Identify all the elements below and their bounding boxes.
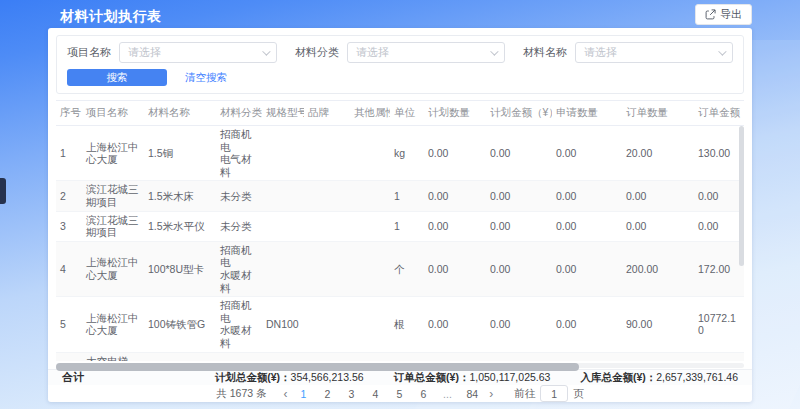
cell-unit: 1	[390, 211, 424, 241]
cell-apply-qty: 0.00	[552, 297, 622, 352]
page-button[interactable]: 5	[395, 388, 405, 400]
cell-project-name: 太空电梯--月球项目	[82, 352, 144, 361]
cell-index: 6	[56, 352, 82, 361]
filter-panel: 项目名称 请选择 材料分类 请选择 材料名称 请选择	[56, 35, 744, 94]
table-row: 2滨江花城三期项目1.5米木床未分类10.000.000.000.000.00	[56, 181, 744, 211]
cell-other-attrs	[350, 181, 390, 211]
cell-other-attrs	[350, 126, 390, 181]
col-material-name: 材料名称	[144, 101, 216, 126]
cell-other-attrs	[350, 241, 390, 296]
cell-material-name: 1.5米木床	[144, 181, 216, 211]
material-category-select[interactable]: 请选择	[347, 42, 505, 63]
cell-spec-model	[262, 211, 304, 241]
cell-index: 2	[56, 181, 82, 211]
cell-project-name: 滨江花城三期项目	[82, 181, 144, 211]
cell-spec-model: 11	[262, 352, 304, 361]
cell-order-qty: 20.00	[622, 126, 694, 181]
vertical-scrollbar[interactable]	[739, 126, 744, 266]
cell-material-name: 1.5米水平仪	[144, 211, 216, 241]
table-row: 4上海松江中心大厦100*8U型卡招商机电 水暖材料个0.000.000.002…	[56, 241, 744, 296]
cell-spec-model	[262, 181, 304, 211]
cell-project-name: 上海松江中心大厦	[82, 297, 144, 352]
goto-label: 前往	[514, 387, 535, 401]
cell-material-category: 招商机电 水暖材料	[216, 241, 262, 296]
cell-order-amount: 130.00	[694, 126, 744, 181]
filter-label: 材料名称	[523, 45, 567, 60]
sidebar-collapse-handle[interactable]	[0, 178, 6, 204]
cell-unit: 个	[390, 241, 424, 296]
cell-order-amount: 10772.10	[694, 297, 744, 352]
cell-plan-amount: 0.00	[486, 181, 552, 211]
col-spec-model: 规格型号	[262, 101, 304, 126]
cell-plan-qty: 0.00	[424, 297, 486, 352]
col-brand: 品牌	[304, 101, 350, 126]
filter-field-project: 项目名称 请选择	[67, 42, 277, 63]
col-order-amount: 订单金额（¥）	[694, 101, 744, 126]
cell-plan-qty: 0.00	[424, 126, 486, 181]
cell-material-category: 未分类	[216, 211, 262, 241]
cell-apply-qty: 0.00	[552, 241, 622, 296]
cell-spec-model: DN100	[262, 297, 304, 352]
clear-search-link[interactable]: 清空搜索	[185, 71, 227, 85]
col-unit: 单位	[390, 101, 424, 126]
cell-project-name: 滨江花城三期项目	[82, 211, 144, 241]
search-button[interactable]: 搜索	[67, 69, 167, 86]
cell-order-amount: 0.00	[694, 211, 744, 241]
page-title: 材料计划执行表	[60, 8, 162, 26]
cell-plan-amount: 0.00	[486, 241, 552, 296]
cell-other-attrs	[350, 297, 390, 352]
cell-brand	[304, 241, 350, 296]
page-button[interactable]: 3	[347, 388, 357, 400]
cell-plan-qty: 0.00	[424, 211, 486, 241]
cell-order-qty: 22.00	[622, 352, 694, 361]
chevron-down-icon	[718, 47, 726, 55]
cell-other-attrs	[350, 211, 390, 241]
col-apply-qty: 申请数量	[552, 101, 622, 126]
material-name-select[interactable]: 请选择	[575, 42, 733, 63]
plan-total-amount: 计划总金额(¥)：354,566,213.56	[215, 371, 364, 385]
cell-material-name: 111	[144, 352, 216, 361]
page-button[interactable]: 4	[371, 388, 381, 400]
cell-order-qty: 200.00	[622, 241, 694, 296]
page-button[interactable]: 1	[299, 388, 309, 400]
order-total-amount: 订单总金额(¥)：1,050,117,025.63	[394, 371, 551, 385]
cell-brand	[304, 126, 350, 181]
cell-brand	[304, 352, 350, 361]
table-row: 5上海松江中心大厦100铸铁管G招商机电 水暖材料DN100根0.000.000…	[56, 297, 744, 352]
prev-page-icon[interactable]: ‹	[280, 387, 292, 401]
cell-unit: 根	[390, 297, 424, 352]
cell-plan-amount: 0.00	[486, 297, 552, 352]
data-table: 序号项目名称材料名称材料分类规格型号品牌其他属性单位计划数量计划金额（¥）申请数…	[56, 100, 744, 361]
cell-plan-qty: 0.00	[424, 352, 486, 361]
pagination-bar: 共 1673 条 ‹ 123456...84 › 前往 页	[48, 385, 752, 402]
next-page-icon[interactable]: ›	[485, 387, 497, 401]
cell-index: 5	[56, 297, 82, 352]
select-placeholder: 请选择	[128, 45, 262, 60]
export-button[interactable]: 导出	[695, 4, 752, 25]
page-button[interactable]: 84	[467, 388, 479, 400]
cell-plan-qty: 0.00	[424, 241, 486, 296]
cell-order-qty: 90.00	[622, 297, 694, 352]
page-button[interactable]: 6	[419, 388, 429, 400]
export-label: 导出	[720, 7, 742, 22]
page-list: 123456...84	[299, 388, 479, 400]
filter-field-category: 材料分类 请选择	[295, 42, 505, 63]
goto-page-input[interactable]	[540, 385, 568, 402]
cell-apply-qty: 0.00	[552, 181, 622, 211]
cell-brand	[304, 297, 350, 352]
cell-order-amount: 1188.00	[694, 352, 744, 361]
project-name-select[interactable]: 请选择	[119, 42, 277, 63]
table-body: 1上海松江中心大厦1.5铜招商机电 电气材料kg0.000.000.0020.0…	[56, 126, 744, 362]
chevron-down-icon	[262, 47, 270, 55]
cell-plan-amount: 0.00	[486, 211, 552, 241]
scrollbar-thumb[interactable]	[56, 363, 579, 371]
page-button[interactable]: 2	[323, 388, 333, 400]
cell-material-category: 招商机电 电气材料	[216, 126, 262, 181]
col-plan-amount: 计划金额（¥）	[486, 101, 552, 126]
cell-material-category: 网线	[216, 352, 262, 361]
cell-material-category: 招商机电 水暖材料	[216, 297, 262, 352]
cell-index: 4	[56, 241, 82, 296]
cell-order-amount: 0.00	[694, 181, 744, 211]
col-material-category: 材料分类	[216, 101, 262, 126]
page-ellipsis: ...	[443, 388, 453, 400]
